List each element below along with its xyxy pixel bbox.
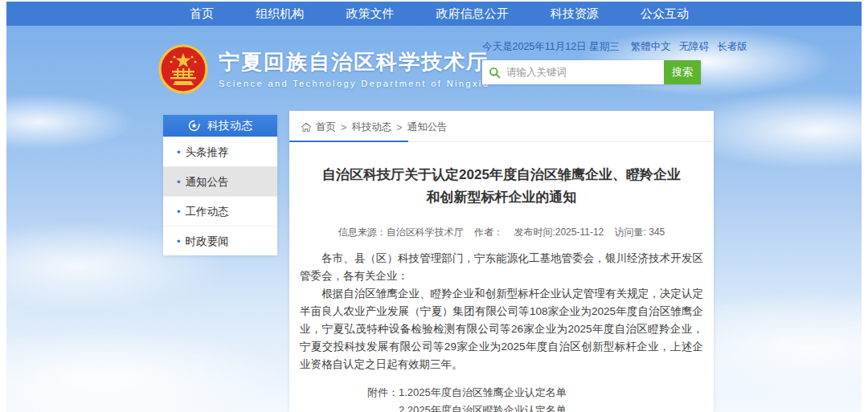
site-header: 宁夏回族自治区科学技术厅 Science and Technology Depa… <box>6 26 862 112</box>
article-panel: 首页 > 科技动态 > 通知公告 自治区科技厅关于认定2025年度自治区雏鹰企业… <box>289 111 714 412</box>
breadcrumb-separator: > <box>341 122 346 133</box>
link-traditional-chinese[interactable]: 繁體中文 <box>631 40 671 54</box>
article-body: 各市、县（区）科技管理部门，宁东能源化工基地管委会，银川经济技术开发区管委会，各… <box>289 250 714 373</box>
nav-item-tech-resources[interactable]: 科技资源 <box>551 2 599 26</box>
sidebar-item-work-updates[interactable]: •工作动态 <box>163 196 277 226</box>
nav-item-gov-info-disclosure[interactable]: 政府信息公开 <box>436 2 509 26</box>
nav-item-policy-documents[interactable]: 政策文件 <box>346 2 394 26</box>
article-meta: 信息来源：自治区科学技术厅 作者： 发布时间:2025-11-12 访问量: 3… <box>289 226 714 239</box>
nav-item-organization[interactable]: 组织机构 <box>256 2 304 26</box>
link-elder-version[interactable]: 长者版 <box>717 40 747 54</box>
search-button[interactable]: 搜索 <box>664 60 701 84</box>
home-icon <box>301 122 312 133</box>
search-icon <box>489 67 501 79</box>
bullet-dot-icon: • <box>177 146 181 158</box>
attachments-block: 附件： 1.2025年度自治区雏鹰企业认定名单 2.2025年度自治区瞪羚企业认… <box>289 384 714 412</box>
breadcrumb-separator: > <box>396 122 402 133</box>
article-title: 自治区科技厅关于认定2025年度自治区雏鹰企业、瞪羚企业 和创新型标杆企业的通知 <box>289 164 714 209</box>
site-title: 宁夏回族自治区科学技术厅 <box>219 50 489 74</box>
attachments-label: 附件： <box>367 384 399 412</box>
breadcrumb-home[interactable]: 首页 <box>316 120 336 134</box>
sidebar-item-label: 工作动态 <box>186 206 229 218</box>
article-title-line1: 自治区科技厅关于认定2025年度自治区雏鹰企业、瞪羚企业 <box>322 167 681 182</box>
site-brand[interactable]: 宁夏回族自治区科学技术厅 Science and Technology Depa… <box>158 43 489 95</box>
top-navigation: 首页 组织机构 政策文件 政府信息公开 科技资源 公众互动 <box>6 2 862 26</box>
site-subtitle: Science and Technology Department of Nin… <box>219 79 489 88</box>
article-paragraph: 根据自治区雏鹰企业、瞪羚企业和创新型标杆企业认定管理有关规定，决定认定半亩良人农… <box>300 285 703 373</box>
sidebar-item-label: 通知公告 <box>186 176 229 188</box>
brand-text: 宁夏回族自治区科学技术厅 Science and Technology Depa… <box>219 50 489 88</box>
page-container: 首页 组织机构 政策文件 政府信息公开 科技资源 公众互动 <box>6 2 862 412</box>
article-paragraph: 各市、县（区）科技管理部门，宁东能源化工基地管委会，银川经济技术开发区管委会，各… <box>300 250 703 285</box>
attachment-link-gazelle-list[interactable]: 2.2025年度自治区瞪羚企业认定名单 <box>399 402 598 412</box>
nav-item-public-interaction[interactable]: 公众互动 <box>641 2 689 26</box>
circled-star-icon <box>188 120 200 132</box>
date-and-links-row: 今天是2025年11月12日 星期三 繁體中文 无障碍 长者版 <box>482 40 701 54</box>
sidebar-item-label: 头条推荐 <box>186 146 229 158</box>
breadcrumb-tech-news[interactable]: 科技动态 <box>351 120 391 134</box>
bullet-dot-icon: • <box>177 176 181 188</box>
nav-item-home[interactable]: 首页 <box>190 2 214 26</box>
search-box <box>482 60 664 84</box>
breadcrumb-accent-bar <box>289 141 408 142</box>
sidebar-item-label: 时政要闻 <box>186 235 229 247</box>
search-input[interactable] <box>506 67 657 78</box>
header-utilities: 今天是2025年11月12日 星期三 繁體中文 无障碍 长者版 搜索 <box>482 40 701 84</box>
attachments-list: 1.2025年度自治区雏鹰企业认定名单 2.2025年度自治区瞪羚企业认定名单 … <box>399 384 598 412</box>
sidebar-title: 科技动态 <box>207 119 252 133</box>
site-search: 搜索 <box>482 60 701 84</box>
meta-source: 信息来源：自治区科学技术厅 <box>338 226 464 238</box>
sidebar-item-current-politics[interactable]: •时政要闻 <box>163 226 277 255</box>
sidebar-item-headline-recommend[interactable]: •头条推荐 <box>163 137 277 166</box>
bullet-dot-icon: • <box>177 206 181 218</box>
article-title-line2: 和创新型标杆企业的通知 <box>427 190 577 205</box>
sidebar-item-notices[interactable]: •通知公告 <box>163 166 277 196</box>
sidebar-tech-news: 科技动态 •头条推荐 •通知公告 •工作动态 •时政要闻 <box>163 115 277 255</box>
bullet-dot-icon: • <box>177 235 181 247</box>
breadcrumb-divider <box>289 141 714 142</box>
sidebar-header: 科技动态 <box>163 115 277 137</box>
national-emblem-logo <box>158 43 209 95</box>
link-accessibility[interactable]: 无障碍 <box>679 40 710 54</box>
meta-views: 访问量: 345 <box>615 226 665 238</box>
breadcrumb: 首页 > 科技动态 > 通知公告 <box>289 111 714 141</box>
meta-author: 作者： <box>474 226 503 238</box>
breadcrumb-notices[interactable]: 通知公告 <box>407 120 448 134</box>
current-date-text: 今天是2025年11月12日 星期三 <box>482 40 620 54</box>
meta-publish-time: 发布时间:2025-11-12 <box>514 226 604 238</box>
attachment-link-eagle-list[interactable]: 1.2025年度自治区雏鹰企业认定名单 <box>399 384 598 402</box>
